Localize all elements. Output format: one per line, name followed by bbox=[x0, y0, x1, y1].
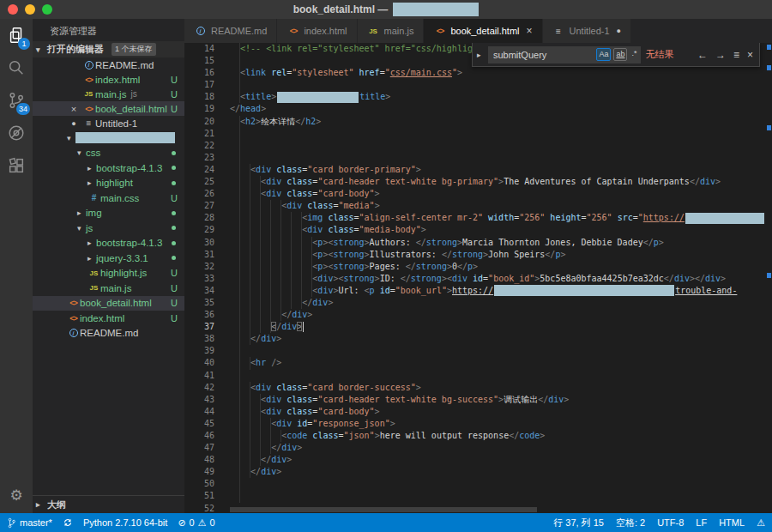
close-window-button[interactable] bbox=[8, 4, 18, 15]
find-expand-icon[interactable]: ▸ bbox=[477, 51, 484, 59]
line-content[interactable]: </div> bbox=[230, 454, 292, 466]
line-content[interactable]: </div> bbox=[230, 466, 281, 478]
tree-item[interactable]: ▾js bbox=[33, 221, 184, 236]
line-content[interactable]: <div class="card border-success"> bbox=[230, 382, 421, 394]
editor-tab[interactable]: JSmain.js bbox=[358, 19, 425, 43]
line-content[interactable] bbox=[230, 478, 240, 490]
tree-item[interactable]: JSmain.jsU bbox=[33, 281, 184, 296]
open-editors-header[interactable]: ▾ 打开的编辑器 1 个未保存 bbox=[33, 41, 184, 57]
source-control-icon[interactable]: 34 bbox=[0, 84, 33, 117]
line-content[interactable]: <div class="card border-primary"> bbox=[230, 164, 421, 176]
debug-icon[interactable] bbox=[0, 117, 33, 149]
settings-gear-icon[interactable]: ⚙ bbox=[9, 487, 22, 505]
tree-item[interactable]: ▸highlight bbox=[33, 176, 184, 191]
line-content[interactable] bbox=[230, 79, 240, 91]
line-content[interactable]: <p><strong>Authors: </strong>Marcia Thor… bbox=[230, 237, 664, 249]
line-number: 17 bbox=[184, 79, 230, 91]
find-close-icon[interactable]: × bbox=[745, 49, 755, 61]
search-icon[interactable] bbox=[0, 51, 33, 84]
open-editor-item[interactable]: JSmain.jsjsU bbox=[33, 87, 184, 101]
close-editor-icon[interactable]: × bbox=[69, 104, 79, 114]
line-content[interactable]: <link rel="stylesheet" href="css/main.cs… bbox=[230, 67, 462, 79]
match-case-toggle[interactable]: Aa bbox=[596, 48, 611, 61]
line-content[interactable]: <div class="media-body"> bbox=[230, 224, 426, 236]
line-content[interactable]: <img class="align-self-center mr-2" widt… bbox=[230, 212, 765, 224]
line-content[interactable]: <code class="json">here will output resp… bbox=[230, 430, 545, 442]
line-content[interactable] bbox=[230, 140, 240, 152]
line-content[interactable]: <div><strong>ID: </strong><div id="book_… bbox=[230, 273, 726, 285]
editor-tab[interactable]: <>book_detail.html× bbox=[424, 19, 542, 43]
status-cursor-position[interactable]: 行 37, 列 15 bbox=[553, 517, 604, 529]
line-content[interactable]: </div> bbox=[230, 321, 304, 333]
line-content[interactable] bbox=[230, 345, 240, 357]
line-content[interactable]: <!-- <link rel="stylesheet" href="css/hi… bbox=[230, 43, 473, 55]
open-editor-item[interactable]: <>index.htmlU bbox=[33, 72, 184, 87]
horizontal-scrollbar[interactable] bbox=[230, 507, 537, 512]
line-content[interactable]: <h2>绘本详情</h2> bbox=[230, 116, 321, 128]
line-content[interactable] bbox=[230, 128, 240, 140]
line-content[interactable]: <div class="card-body"> bbox=[230, 188, 380, 200]
tree-item[interactable]: ▸bootstrap-4.1.3 bbox=[33, 160, 184, 176]
status-branch[interactable]: master* bbox=[7, 517, 52, 529]
status-language-mode[interactable]: HTML bbox=[719, 517, 745, 528]
extensions-icon[interactable] bbox=[0, 149, 33, 182]
tree-item[interactable]: ▸bootstrap-4.1.3 bbox=[33, 236, 184, 251]
status-indentation[interactable]: 空格: 2 bbox=[616, 517, 645, 529]
editor-tab[interactable]: ≡Untitled-1● bbox=[543, 19, 632, 43]
zoom-window-button[interactable] bbox=[42, 4, 52, 15]
tree-item[interactable]: JShighlight.jsU bbox=[33, 266, 184, 281]
tree-item[interactable]: iREADME.md bbox=[33, 326, 184, 342]
line-content[interactable]: <div>Url: <p id="book_url">https://troub… bbox=[230, 285, 737, 297]
tree-item[interactable]: <>index.htmlU bbox=[33, 311, 184, 326]
line-content[interactable]: </head> bbox=[230, 103, 266, 115]
whole-word-toggle[interactable]: ab bbox=[613, 48, 627, 61]
line-content[interactable] bbox=[230, 55, 240, 67]
tree-item[interactable]: #main.cssU bbox=[33, 190, 184, 206]
open-editor-item[interactable]: ×<>book_detail.htmlU bbox=[33, 101, 184, 116]
code-line: 39 bbox=[184, 345, 772, 357]
editor-tab[interactable]: <>index.html bbox=[277, 19, 357, 43]
line-content[interactable]: <div id="response_json"> bbox=[230, 418, 395, 430]
line-content[interactable]: </div> bbox=[230, 309, 312, 321]
open-editor-item[interactable]: ●≡Untitled-1 bbox=[33, 116, 184, 130]
line-content[interactable] bbox=[230, 370, 240, 382]
status-problems[interactable]: ⊘ 0 ⚠ 0 bbox=[178, 517, 214, 529]
find-next-icon[interactable]: → bbox=[714, 49, 727, 61]
tree-item[interactable]: ▸img bbox=[33, 206, 184, 221]
line-content[interactable] bbox=[230, 152, 240, 164]
line-content[interactable]: </div> bbox=[230, 297, 333, 309]
tree-item-redacted-root[interactable]: ▾ bbox=[33, 130, 184, 146]
code-line: 16<link rel="stylesheet" href="css/main.… bbox=[184, 67, 772, 79]
status-eol[interactable]: LF bbox=[696, 517, 707, 528]
status-python-interpreter[interactable]: Python 2.7.10 64-bit bbox=[83, 517, 167, 528]
outline-section-header[interactable]: ▸ 大纲 bbox=[33, 495, 184, 513]
line-content[interactable]: <hr /> bbox=[230, 357, 281, 369]
find-previous-icon[interactable]: ← bbox=[696, 49, 709, 61]
regex-toggle[interactable]: .* bbox=[630, 48, 638, 61]
dirty-dot-icon[interactable]: ● bbox=[69, 119, 79, 128]
tab-dirty-icon[interactable]: ● bbox=[617, 27, 621, 35]
minimize-window-button[interactable] bbox=[25, 4, 35, 15]
tab-close-icon[interactable]: × bbox=[527, 25, 533, 37]
open-editor-item[interactable]: iREADME.md bbox=[33, 57, 184, 72]
editor-tab[interactable]: iREADME.md bbox=[184, 19, 277, 43]
line-content[interactable]: <div class="card-header text-white bg-pr… bbox=[230, 176, 721, 188]
find-input[interactable]: submitQuery Aa ab .* bbox=[488, 46, 642, 63]
line-content[interactable]: </div> bbox=[230, 442, 302, 454]
line-content[interactable]: <p><strong>Illustrators: </strong>John S… bbox=[230, 249, 565, 261]
line-content[interactable]: </div> bbox=[230, 333, 281, 345]
line-content[interactable]: <div class="media"> bbox=[230, 200, 380, 212]
find-in-selection-icon[interactable]: ≡ bbox=[732, 49, 741, 61]
tree-item[interactable]: ▸jquery-3.3.1 bbox=[33, 251, 184, 266]
line-content[interactable]: <div class="card-body"> bbox=[230, 406, 380, 418]
status-encoding[interactable]: UTF-8 bbox=[657, 517, 684, 528]
explorer-icon[interactable]: 1 bbox=[0, 19, 33, 51]
line-content[interactable]: <div class="card-header text-white bg-su… bbox=[230, 394, 569, 406]
notifications-icon[interactable]: ⚠ bbox=[757, 517, 765, 529]
line-content[interactable]: <title>title> bbox=[230, 91, 390, 103]
tree-item[interactable]: ▾css bbox=[33, 146, 184, 161]
line-content[interactable] bbox=[230, 490, 240, 502]
sync-icon[interactable] bbox=[63, 517, 73, 528]
line-content[interactable]: <p><strong>Pages: </strong>0</p> bbox=[230, 261, 478, 273]
tree-item[interactable]: <>book_detail.htmlU bbox=[33, 296, 184, 311]
